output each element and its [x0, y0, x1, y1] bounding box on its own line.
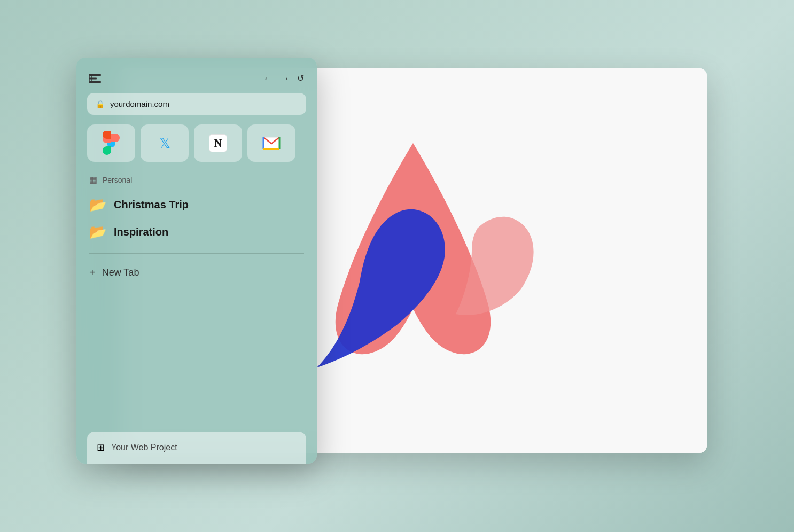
- url-text: yourdomain.com: [110, 99, 169, 108]
- personal-section-icon: ▦: [89, 175, 97, 185]
- gmail-icon: [262, 136, 281, 150]
- bottom-card-icon: ⊞: [97, 442, 105, 453]
- bottom-card-text: Your Web Project: [111, 443, 177, 452]
- plus-icon: +: [89, 267, 96, 279]
- forward-button[interactable]: →: [280, 74, 290, 83]
- bookmark-figma[interactable]: [87, 124, 135, 162]
- tab-inspiration-label: Inspiration: [114, 226, 168, 238]
- svg-rect-2: [89, 81, 101, 83]
- url-bar[interactable]: 🔒 yourdomain.com: [87, 93, 306, 115]
- bookmark-gmail[interactable]: [247, 124, 295, 162]
- bookmarks-row: 𝕏 N: [76, 124, 317, 173]
- svg-rect-0: [89, 74, 101, 76]
- tab-christmas-label: Christmas Trip: [114, 199, 189, 211]
- svg-rect-1: [89, 78, 97, 80]
- figma-icon: [103, 131, 120, 155]
- section-label-text: Personal: [103, 176, 132, 184]
- sidebar-toggle-icon[interactable]: [89, 74, 101, 83]
- toolbar: ← → ↺: [76, 68, 317, 93]
- folder-icon-christmas: 📂: [89, 197, 106, 213]
- folder-icon-inspiration: 📂: [89, 224, 106, 240]
- notion-icon: N: [209, 134, 227, 152]
- nav-controls: ← → ↺: [263, 74, 304, 83]
- back-button[interactable]: ←: [263, 74, 273, 83]
- tab-inspiration[interactable]: 📂 Inspiration: [76, 218, 317, 246]
- refresh-button[interactable]: ↺: [297, 74, 304, 83]
- browser-container: ← → ↺ 🔒 yourdomain.com: [76, 58, 718, 474]
- tab-christmas-trip[interactable]: 📂 Christmas Trip: [76, 191, 317, 218]
- new-tab-label: New Tab: [102, 267, 139, 278]
- divider: [89, 253, 304, 254]
- new-tab-item[interactable]: + New Tab: [76, 261, 317, 284]
- bookmark-twitter[interactable]: 𝕏: [141, 124, 189, 162]
- bookmark-notion[interactable]: N: [194, 124, 242, 162]
- twitter-icon: 𝕏: [159, 135, 170, 152]
- section-personal: ▦ Personal: [76, 173, 317, 191]
- bottom-card[interactable]: ⊞ Your Web Project: [87, 432, 306, 464]
- sidebar-panel: ← → ↺ 🔒 yourdomain.com: [76, 58, 317, 464]
- lock-icon: 🔒: [96, 100, 105, 108]
